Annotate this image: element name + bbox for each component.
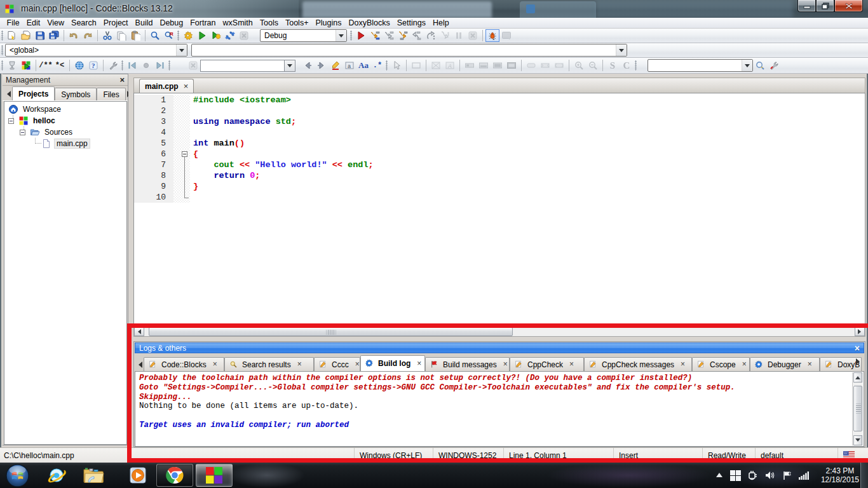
toolbar-grip[interactable] (1, 45, 3, 55)
abort-build-icon[interactable] (237, 29, 251, 43)
close-icon[interactable]: × (503, 362, 508, 367)
wxsmith-pointer-icon[interactable] (390, 59, 403, 72)
build-and-run-icon[interactable] (209, 29, 223, 43)
start-button[interactable] (3, 464, 32, 487)
incremental-search-input[interactable] (200, 60, 285, 72)
toolbar-grip[interactable] (1, 60, 3, 71)
doxyblocks-extract-icon[interactable] (5, 59, 19, 72)
wxsmith-sizer-vertical-icon[interactable] (477, 59, 491, 72)
scroll-left-button[interactable] (134, 327, 144, 336)
tools-search-icon[interactable] (753, 59, 767, 72)
wxsmith-sizer-flexgrid-icon[interactable] (505, 59, 519, 72)
taskbar-internet-explorer-button[interactable] (38, 464, 75, 487)
taskbar-windows-explorer-button[interactable] (75, 464, 112, 487)
menu-fortran[interactable]: Fortran (187, 18, 219, 29)
log-tab-build-messages[interactable]: Build messages× (425, 357, 510, 371)
symbol-combobox[interactable] (191, 44, 627, 57)
close-icon[interactable]: × (855, 345, 860, 351)
tray-power-plug-icon[interactable] (748, 470, 758, 480)
debugging-windows-icon[interactable] (485, 29, 499, 43)
scrollbar-thumb[interactable] (149, 327, 513, 336)
menu-help[interactable]: Help (429, 18, 452, 29)
log-tab-search-results[interactable]: Search results× (224, 357, 314, 371)
wxsmith-stretch-both-icon[interactable] (552, 59, 566, 72)
close-icon[interactable]: × (184, 83, 189, 89)
run-icon[interactable] (195, 29, 209, 43)
wxsmith-bitmap-icon[interactable] (429, 59, 443, 72)
close-icon[interactable]: × (297, 362, 302, 367)
menu-doxyblocks[interactable]: DoxyBlocks (345, 18, 393, 29)
fold-collapse-icon[interactable] (182, 151, 187, 157)
debug-continue-icon[interactable] (354, 29, 368, 43)
management-tab-files[interactable]: Files (97, 88, 125, 100)
chevron-down-icon[interactable] (285, 60, 295, 72)
doxyblocks-help-icon[interactable]: ? (86, 59, 100, 72)
build-target-combobox[interactable]: Debug (260, 29, 347, 42)
incsearch-match-case-icon[interactable]: Aa (356, 59, 370, 72)
toolbar-grip[interactable] (350, 30, 352, 41)
chevron-down-icon[interactable] (616, 44, 627, 56)
tray-action-center-icon[interactable] (782, 471, 792, 480)
stop-debugger-icon[interactable] (466, 29, 480, 43)
tree-expander-icon[interactable] (20, 130, 25, 135)
close-icon[interactable]: × (569, 362, 574, 367)
chevron-down-icon[interactable] (336, 30, 346, 41)
tray-win-update-icon[interactable] (730, 470, 741, 481)
step-out-icon[interactable] (410, 29, 424, 43)
wxsmith-stretch-horizontal-icon[interactable] (538, 59, 552, 72)
tray-volume-icon[interactable] (765, 471, 775, 480)
tree-item-sources[interactable]: Sources (4, 126, 126, 138)
tray-show-hidden-icon[interactable] (715, 472, 723, 478)
tools-plus-combobox[interactable] (648, 59, 753, 72)
toolbar-grip[interactable] (1, 30, 3, 41)
incsearch-prev-icon[interactable] (301, 59, 315, 72)
run-to-cursor-icon[interactable] (368, 29, 382, 43)
minimize-button[interactable] (797, 0, 816, 12)
show-desktop-button[interactable] (860, 463, 868, 488)
step-into-icon[interactable] (396, 29, 410, 43)
close-icon[interactable]: × (681, 362, 685, 367)
management-tab-projects[interactable]: Projects (12, 86, 55, 100)
close-icon[interactable]: × (213, 362, 217, 367)
incsearch-regex-icon[interactable]: .* (370, 59, 384, 72)
save-all-icon[interactable] (47, 29, 61, 43)
tree-item-main-cpp[interactable]: main.cpp (4, 138, 126, 149)
toolbar-grip[interactable] (121, 60, 123, 71)
wxsmith-static-bitmap-icon[interactable]: A (443, 59, 457, 72)
close-icon[interactable]: × (355, 362, 360, 367)
doxyblocks-settings-icon[interactable] (106, 59, 120, 72)
doxyblocks-run-html-icon[interactable] (19, 59, 33, 72)
next-instruction-icon[interactable] (424, 29, 438, 43)
taskbar-media-player-button[interactable] (119, 464, 156, 487)
scroll-right-button[interactable] (855, 327, 865, 336)
menu-view[interactable]: View (44, 18, 68, 29)
wxsmith-class-icon[interactable]: C (620, 59, 634, 72)
paste-icon[interactable] (128, 29, 142, 43)
restore-button[interactable] (816, 0, 834, 12)
management-tab-symbols[interactable]: Symbols (55, 88, 97, 100)
redo-icon[interactable] (81, 29, 95, 43)
taskbar-codeblocks-button[interactable] (196, 464, 233, 487)
menu-search[interactable]: Search (68, 18, 100, 29)
close-button[interactable] (834, 0, 863, 12)
toolbar-grip[interactable] (168, 60, 170, 71)
wxsmith-border-icon[interactable] (409, 59, 423, 72)
tabs-scroll-left[interactable] (135, 358, 144, 371)
zoom-in-icon[interactable] (572, 59, 586, 72)
compile-icon[interactable] (181, 29, 195, 43)
logs-vertical-scrollbar[interactable] (852, 372, 863, 445)
taskbar-clock[interactable]: 2:43 PM 12/18/2015 (816, 466, 859, 484)
save-icon[interactable] (33, 29, 47, 43)
menu-settings[interactable]: Settings (393, 18, 429, 29)
tabs-scroll-left[interactable] (4, 88, 12, 100)
undo-icon[interactable] (67, 29, 81, 43)
chevron-down-icon[interactable] (742, 60, 752, 71)
code-editor[interactable]: 1#include <iostream>23using namespace st… (133, 93, 865, 327)
editor-tab-main-cpp[interactable]: main.cpp × (139, 79, 194, 93)
chevron-down-icon[interactable] (176, 44, 187, 56)
various-info-icon[interactable] (499, 29, 513, 43)
close-icon[interactable]: × (417, 361, 421, 367)
tray-network-icon[interactable] (799, 471, 809, 480)
log-tab-cppcheck[interactable]: CppCheck× (510, 357, 584, 371)
incsearch-highlight-icon[interactable] (329, 59, 342, 72)
